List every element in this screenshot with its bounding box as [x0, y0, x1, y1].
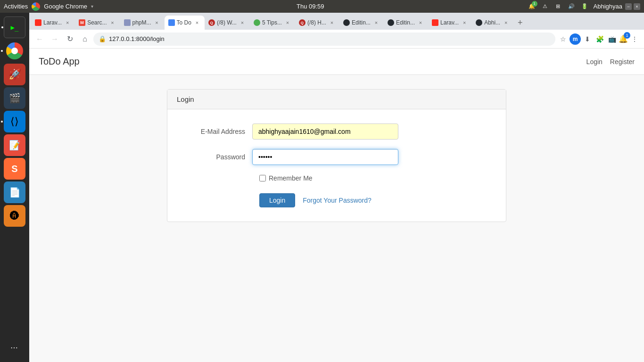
tab-title-github-3: Abhi... — [484, 19, 500, 26]
activities-button[interactable]: Activities — [4, 3, 28, 10]
tab-title-phpmyadmin: phpM... — [132, 19, 151, 26]
tab-laravel-1[interactable]: Larav... × — [31, 16, 75, 30]
profile-m-button[interactable]: m — [570, 33, 581, 45]
remember-me-label: Remember Me — [269, 174, 313, 182]
cast-button[interactable]: 📺 — [606, 33, 618, 45]
password-input[interactable] — [252, 149, 398, 165]
tab-phpmyadmin[interactable]: phpM... × — [120, 16, 165, 30]
tray-notification-icon[interactable]: 🔔 1 — [528, 2, 536, 11]
chrome-app-name: Google Chrome — [44, 3, 87, 10]
favicon-phpmyadmin — [124, 19, 131, 26]
taskbar-left: ▶_ 🚀 🎬 ⟨⟩ 📝 S 📄 🅐 ⋯ — [0, 13, 29, 362]
minimize-button[interactable]: – — [625, 3, 632, 10]
email-input[interactable] — [252, 123, 398, 140]
remember-me-group: Remember Me — [259, 174, 496, 182]
tab-title-gmail: Searc... — [87, 19, 107, 26]
app-navbar: ToDo App Login Register — [29, 49, 644, 75]
tab-close-quora-2[interactable]: × — [328, 19, 336, 26]
tab-title-github-2: Editin... — [396, 19, 415, 26]
email-form-group: E-Mail Address — [177, 123, 496, 140]
app-nav-links: Login Register — [586, 58, 635, 66]
vscode-icon: ⟨⟩ — [10, 115, 19, 128]
username-label: Abhighyaa — [594, 3, 622, 10]
apps-grid-icon: ⋯ — [10, 343, 19, 352]
tab-close-todo[interactable]: × — [193, 19, 201, 26]
navbar-right: ☆ m ⬇ 🧩 📺 🔔 1 ⋮ — [557, 33, 640, 45]
svg-text:M: M — [80, 20, 84, 25]
back-button[interactable]: ← — [33, 33, 46, 46]
terminal-icon: ▶_ — [11, 24, 19, 31]
tab-close-github-2[interactable]: × — [417, 19, 424, 26]
tab-close-quora-1[interactable]: × — [239, 19, 246, 26]
tab-quora-1[interactable]: Q (/8) W... × — [205, 16, 250, 30]
favicon-todo — [168, 19, 175, 26]
tab-green[interactable]: 5 Tips... × — [250, 16, 295, 30]
navigation-bar: ← → ↻ ⌂ 🔒 127.0.0.1:8000/login ☆ m ⬇ 🧩 📺… — [29, 30, 644, 49]
tab-title-green: 5 Tips... — [262, 19, 282, 26]
tray-volume-icon[interactable]: 🔊 — [567, 2, 576, 11]
tab-close-github-1[interactable]: × — [372, 19, 380, 26]
password-form-group: Password — [177, 149, 496, 165]
tab-close-github-3[interactable]: × — [502, 19, 510, 26]
tab-title-todo: To Do — [177, 19, 191, 26]
tab-github-3[interactable]: Abhi... × — [472, 16, 513, 30]
bookmark-star-button[interactable]: ☆ — [557, 33, 569, 45]
taskbar-icon-vscode[interactable]: ⟨⟩ — [4, 111, 25, 132]
favicon-green — [254, 19, 260, 26]
favicon-quora-2: Q — [299, 19, 305, 26]
tab-close-gmail[interactable]: × — [109, 19, 116, 26]
remember-me-checkbox[interactable] — [259, 175, 266, 181]
taskbar-icon-writer[interactable]: 📄 — [4, 181, 25, 203]
tab-close-green[interactable]: × — [284, 19, 291, 26]
tab-close-phpmyadmin[interactable]: × — [153, 19, 161, 26]
app-container: ToDo App Login Register Login E-Mail Add… — [29, 49, 644, 362]
close-button[interactable]: × — [634, 3, 640, 10]
email-label: E-Mail Address — [177, 128, 252, 135]
notepad-icon: 📝 — [9, 140, 21, 151]
tab-close-laravel-1[interactable]: × — [64, 19, 71, 26]
browser-content: ToDo App Login Register Login E-Mail Add… — [29, 49, 644, 362]
tab-quora-2[interactable]: Q (/8) H... × — [295, 16, 339, 30]
tab-github-2[interactable]: Editin... × — [384, 16, 428, 30]
login-card-body: E-Mail Address Password Remember Me — [167, 109, 506, 222]
taskbar-icon-store[interactable]: 🅐 — [4, 205, 25, 227]
tab-github-1[interactable]: Editin... × — [339, 16, 384, 30]
browser-window: Larav... × M Searc... × phpM... × To Do … — [29, 13, 644, 362]
taskbar-icon-sublime[interactable]: S — [4, 158, 25, 180]
new-tab-button[interactable]: + — [513, 16, 527, 30]
taskbar-icon-chrome[interactable] — [4, 40, 25, 62]
tab-title-github-1: Editin... — [352, 19, 371, 26]
tab-close-laravel-2[interactable]: × — [461, 19, 468, 26]
tab-gmail[interactable]: M Searc... × — [75, 16, 120, 30]
address-bar[interactable]: 🔒 127.0.0.1:8000/login — [93, 33, 555, 46]
app-brand[interactable]: ToDo App — [39, 56, 80, 67]
tray-battery-icon[interactable]: 🔋 — [580, 2, 589, 11]
forward-button[interactable]: → — [48, 33, 61, 46]
download-button[interactable]: ⬇ — [582, 33, 593, 45]
extensions-button[interactable]: 🧩 — [594, 33, 605, 45]
tab-title-quora-1: (/8) W... — [217, 19, 237, 26]
rocket-icon: 🚀 — [8, 68, 21, 81]
chrome-dropdown-arrow[interactable]: ▾ — [91, 4, 93, 9]
login-button[interactable]: Login — [259, 193, 295, 207]
nav-login-link[interactable]: Login — [586, 58, 603, 66]
notifications-button[interactable]: 🔔 1 — [619, 34, 628, 43]
favicon-github-1 — [343, 19, 350, 26]
login-card-wrapper: Login E-Mail Address Password — [157, 89, 516, 222]
tray-warning-icon[interactable]: ⚠ — [541, 2, 549, 11]
taskbar-icon-rocket[interactable]: 🚀 — [4, 64, 25, 85]
taskbar-icon-terminal[interactable]: ▶_ — [4, 16, 25, 38]
taskbar-icon-clapper[interactable]: 🎬 — [4, 87, 25, 109]
tab-todo[interactable]: To Do × — [165, 16, 205, 30]
reload-button[interactable]: ↻ — [63, 33, 76, 46]
tab-laravel-2[interactable]: Larav... × — [428, 16, 472, 30]
form-actions: Login Forgot Your Password? — [259, 193, 496, 207]
home-button[interactable]: ⌂ — [78, 33, 91, 46]
taskbar-icon-notepad[interactable]: 📝 — [4, 134, 25, 156]
nav-register-link[interactable]: Register — [610, 58, 635, 66]
taskbar-icon-apps[interactable]: ⋯ — [4, 337, 25, 358]
tray-network-icon[interactable]: ⊞ — [554, 2, 562, 11]
menu-button[interactable]: ⋮ — [629, 33, 640, 45]
user-section[interactable]: Abhighyaa – × — [594, 3, 640, 10]
forgot-password-link[interactable]: Forgot Your Password? — [303, 197, 372, 204]
